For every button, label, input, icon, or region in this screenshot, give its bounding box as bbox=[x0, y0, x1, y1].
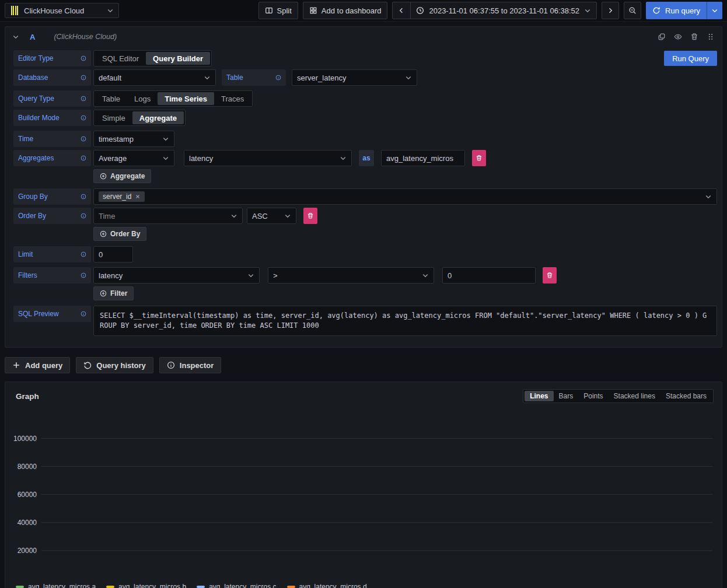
query-type-option-traces[interactable]: Traces bbox=[214, 92, 251, 105]
sql-preview-text: SELECT $__timeInterval(timestamp) as tim… bbox=[93, 306, 717, 336]
run-query-inline-button[interactable]: Run Query bbox=[664, 51, 717, 66]
graph-panel-title: Graph bbox=[16, 392, 39, 401]
table-select[interactable]: server_latency bbox=[292, 69, 417, 86]
query-type-option-time-series[interactable]: Time Series bbox=[158, 92, 214, 105]
query-type-option-logs[interactable]: Logs bbox=[127, 92, 158, 105]
delete-query-icon[interactable] bbox=[690, 33, 698, 41]
zoom-out-time-button[interactable] bbox=[624, 2, 641, 19]
svg-text:100000: 100000 bbox=[13, 435, 37, 443]
database-label: Database bbox=[13, 69, 91, 86]
chevron-down-icon bbox=[705, 193, 712, 200]
add-query-button[interactable]: Add query bbox=[5, 357, 70, 373]
chevron-down-icon bbox=[340, 155, 347, 162]
builder-mode-toggle: Simple Aggregate bbox=[93, 110, 186, 126]
duplicate-query-icon[interactable] bbox=[658, 33, 666, 41]
info-icon[interactable] bbox=[81, 155, 86, 161]
time-shift-back-button[interactable] bbox=[393, 2, 411, 19]
info-icon[interactable] bbox=[81, 96, 86, 102]
top-navbar: ClickHouse Cloud Split Add to dashboard … bbox=[0, 0, 727, 22]
filter-field-select[interactable]: latency bbox=[93, 267, 260, 284]
legend-label: avg_latency_micros c bbox=[209, 583, 276, 588]
limit-input[interactable] bbox=[93, 246, 133, 262]
mode-points[interactable]: Points bbox=[578, 391, 608, 401]
info-icon[interactable] bbox=[81, 194, 86, 200]
run-query-split-button: Run query bbox=[646, 2, 722, 19]
time-range-button[interactable]: 2023-11-01 06:37:55 to 2023-11-01 06:38:… bbox=[411, 2, 596, 19]
order-by-field-select[interactable]: Time bbox=[93, 208, 243, 224]
latency-chart[interactable]: 2000040000600008000010000006:38:0006:38:… bbox=[10, 409, 718, 579]
chart-legend: avg_latency_micros aavg_latency_micros b… bbox=[10, 579, 717, 588]
legend-item[interactable]: avg_latency_micros c bbox=[197, 583, 276, 588]
query-footer-toolbar: Add query Query history Inspector bbox=[5, 357, 722, 373]
hide-query-icon[interactable] bbox=[674, 33, 682, 41]
aggregate-function-select[interactable]: Average bbox=[93, 150, 174, 166]
info-icon[interactable] bbox=[81, 136, 86, 142]
mode-stacked-lines[interactable]: Stacked lines bbox=[609, 391, 660, 401]
sql-preview-label: SQL Preview bbox=[13, 306, 91, 322]
aggregate-alias-input[interactable] bbox=[381, 150, 465, 166]
legend-swatch-icon bbox=[197, 586, 205, 588]
legend-item[interactable]: avg_latency_micros b bbox=[106, 583, 186, 588]
svg-text:40000: 40000 bbox=[18, 519, 37, 527]
builder-mode-option-aggregate[interactable]: Aggregate bbox=[132, 111, 184, 124]
info-icon[interactable] bbox=[81, 115, 86, 121]
info-icon[interactable] bbox=[81, 311, 86, 317]
editor-type-option-query-builder[interactable]: Query Builder bbox=[146, 52, 210, 65]
svg-text:20000: 20000 bbox=[18, 547, 37, 555]
add-aggregate-button[interactable]: Aggregate bbox=[93, 169, 151, 183]
editor-type-option-sql-editor[interactable]: SQL Editor bbox=[95, 52, 146, 65]
remove-filter-button[interactable] bbox=[543, 267, 557, 284]
database-select[interactable]: default bbox=[93, 69, 216, 86]
order-direction-select[interactable]: ASC bbox=[247, 208, 296, 224]
add-order-by-button[interactable]: Order By bbox=[93, 227, 146, 241]
add-to-dashboard-button[interactable]: Add to dashboard bbox=[303, 2, 388, 19]
remove-aggregate-button[interactable] bbox=[472, 150, 486, 166]
run-query-dropdown-button[interactable] bbox=[707, 2, 722, 19]
chevron-down-icon bbox=[584, 7, 591, 14]
chevron-down-icon bbox=[162, 155, 169, 162]
info-icon[interactable] bbox=[275, 75, 281, 80]
legend-swatch-icon bbox=[287, 586, 295, 588]
split-icon bbox=[265, 6, 273, 15]
mode-lines[interactable]: Lines bbox=[525, 391, 553, 401]
time-shift-forward-button[interactable] bbox=[602, 2, 619, 19]
trash-icon bbox=[307, 212, 314, 219]
plus-circle-icon bbox=[100, 230, 107, 237]
aggregate-column-select[interactable]: latency bbox=[184, 150, 352, 166]
query-history-button[interactable]: Query history bbox=[76, 357, 153, 373]
builder-mode-label: Builder Mode bbox=[13, 110, 91, 126]
info-icon[interactable] bbox=[81, 75, 86, 80]
add-filter-button[interactable]: Filter bbox=[93, 286, 134, 300]
collapse-query-icon[interactable] bbox=[12, 33, 19, 40]
chevron-down-icon bbox=[405, 74, 412, 81]
mode-stacked-bars[interactable]: Stacked bars bbox=[660, 391, 712, 401]
legend-item[interactable]: avg_latency_micros d bbox=[287, 583, 367, 588]
time-range-picker: 2023-11-01 06:37:55 to 2023-11-01 06:38:… bbox=[392, 2, 597, 19]
display-mode-toggle: Lines Bars Points Stacked lines Stacked … bbox=[523, 389, 714, 403]
run-query-button[interactable]: Run query bbox=[646, 2, 707, 19]
builder-mode-option-simple[interactable]: Simple bbox=[95, 111, 132, 124]
drag-handle-icon[interactable] bbox=[707, 33, 715, 41]
legend-label: avg_latency_micros d bbox=[299, 583, 367, 588]
datasource-picker[interactable]: ClickHouse Cloud bbox=[5, 3, 119, 18]
group-by-multiselect[interactable]: server_id bbox=[93, 188, 717, 205]
mode-bars[interactable]: Bars bbox=[554, 391, 579, 401]
filter-operator-select[interactable]: > bbox=[268, 267, 434, 284]
aggregates-label: Aggregates bbox=[13, 150, 91, 166]
svg-text:60000: 60000 bbox=[18, 491, 37, 499]
clickhouse-logo-icon bbox=[10, 6, 19, 15]
legend-item[interactable]: avg_latency_micros a bbox=[16, 583, 96, 588]
info-icon[interactable] bbox=[81, 213, 86, 219]
info-icon[interactable] bbox=[81, 272, 86, 278]
query-type-option-table[interactable]: Table bbox=[95, 92, 127, 105]
time-column-select[interactable]: timestamp bbox=[93, 131, 174, 147]
info-icon[interactable] bbox=[81, 251, 86, 257]
inspector-button[interactable]: Inspector bbox=[159, 357, 222, 373]
query-ref-id[interactable]: A bbox=[30, 33, 35, 41]
remove-tag-icon[interactable] bbox=[135, 194, 141, 200]
split-button[interactable]: Split bbox=[258, 2, 298, 19]
remove-order-by-button[interactable] bbox=[303, 208, 317, 224]
info-icon[interactable] bbox=[81, 55, 86, 61]
zoom-out-icon bbox=[628, 6, 637, 15]
filter-value-input[interactable] bbox=[442, 267, 536, 284]
